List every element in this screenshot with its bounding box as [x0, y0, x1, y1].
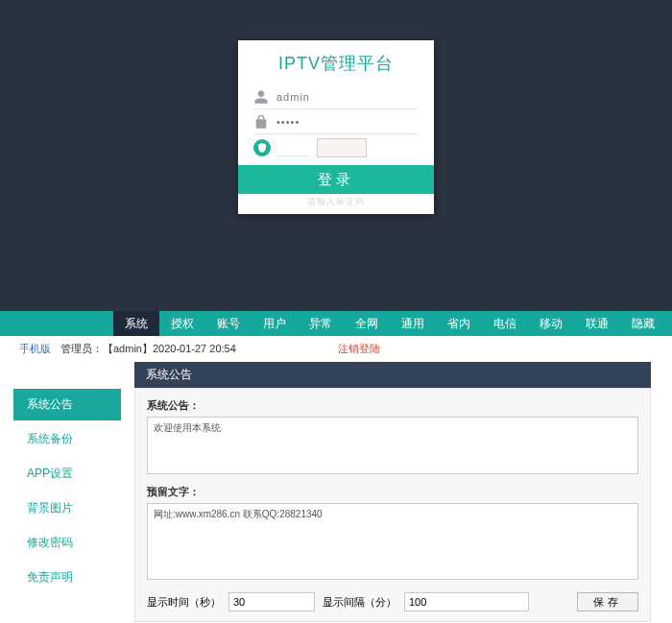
- captcha-row: [253, 134, 419, 165]
- password-row: [253, 109, 419, 134]
- mobile-link[interactable]: 手机版: [19, 342, 51, 356]
- nav-item-3[interactable]: 用户: [252, 311, 298, 336]
- side-item-5[interactable]: 免责声明: [13, 562, 121, 593]
- logout-link[interactable]: 注销登陆: [338, 342, 380, 356]
- top-nav: 系统授权账号用户异常全网通用省内电信移动联通隐藏: [0, 311, 672, 336]
- login-title: IPTV管理平台: [238, 40, 434, 84]
- content-panel: 系统公告 系统公告： 预留文字： 显示时间（秒） 显示间隔（分） 保存: [134, 362, 651, 622]
- nav-item-8[interactable]: 电信: [482, 311, 528, 336]
- admin-label: 管理员：【admin】2020-01-27 20:54: [60, 342, 236, 356]
- password-input[interactable]: [276, 116, 419, 128]
- bottom-row: 显示时间（秒） 显示间隔（分） 保存: [147, 592, 638, 611]
- side-item-4[interactable]: 修改密码: [13, 527, 121, 559]
- username-input[interactable]: [276, 91, 419, 103]
- reserved-textarea[interactable]: [147, 503, 638, 580]
- display-interval-label: 显示间隔（分）: [323, 595, 396, 610]
- user-icon: [253, 89, 269, 105]
- nav-item-7[interactable]: 省内: [436, 311, 482, 336]
- nav-item-10[interactable]: 联通: [574, 311, 620, 336]
- login-hint: 请输入验证码: [238, 194, 434, 214]
- body-row: 系统公告系统备份APP设置背景图片修改密码免责声明 系统公告 系统公告： 预留文…: [0, 362, 672, 623]
- reserved-label: 预留文字：: [147, 485, 638, 499]
- login-card: IPTV管理平台 登录 请输入验证码: [238, 40, 434, 214]
- panel-body: 系统公告： 预留文字： 显示时间（秒） 显示间隔（分） 保存: [134, 388, 651, 622]
- nav-item-5[interactable]: 全网: [344, 311, 390, 336]
- shield-icon: [253, 139, 271, 156]
- admin-wrap: 系统授权账号用户异常全网通用省内电信移动联通隐藏 手机版 管理员：【admin】…: [0, 311, 672, 623]
- nav-item-2[interactable]: 账号: [205, 311, 252, 336]
- announcement-label: 系统公告：: [147, 398, 638, 413]
- display-time-label: 显示时间（秒）: [147, 595, 221, 610]
- nav-item-9[interactable]: 移动: [528, 311, 574, 336]
- nav-item-11[interactable]: 隐藏: [620, 311, 666, 336]
- nav-item-4[interactable]: 异常: [298, 311, 344, 336]
- login-backdrop: IPTV管理平台 登录 请输入验证码: [0, 0, 672, 311]
- nav-item-6[interactable]: 通用: [390, 311, 436, 336]
- announcement-textarea[interactable]: [147, 417, 638, 474]
- side-item-3[interactable]: 背景图片: [13, 492, 121, 524]
- display-time-input[interactable]: [228, 592, 315, 611]
- lock-icon: [253, 114, 269, 130]
- panel-header: 系统公告: [134, 362, 651, 388]
- display-interval-input[interactable]: [404, 592, 529, 611]
- side-item-1[interactable]: 系统备份: [13, 423, 121, 455]
- side-item-2[interactable]: APP设置: [13, 458, 121, 490]
- side-item-0[interactable]: 系统公告: [13, 389, 121, 420]
- login-button[interactable]: 登录: [238, 165, 434, 194]
- nav-item-0[interactable]: 系统: [113, 311, 159, 336]
- captcha-image[interactable]: [317, 138, 367, 157]
- info-bar: 手机版 管理员：【admin】2020-01-27 20:54 注销登陆: [0, 336, 672, 362]
- username-row: [253, 84, 419, 109]
- captcha-input[interactable]: [276, 139, 309, 156]
- save-button[interactable]: 保存: [577, 592, 638, 611]
- nav-item-1[interactable]: 授权: [159, 311, 205, 336]
- side-menu: 系统公告系统备份APP设置背景图片修改密码免责声明: [0, 362, 134, 596]
